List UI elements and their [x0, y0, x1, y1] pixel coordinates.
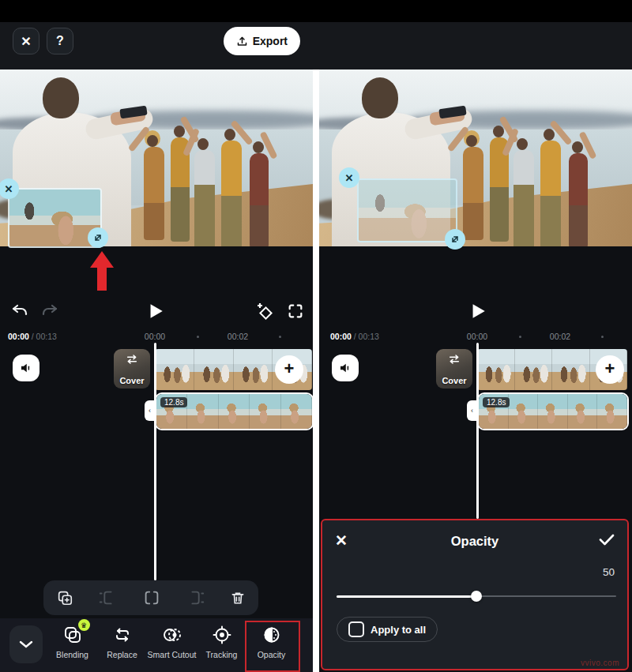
pip-video-50-opacity: [359, 180, 456, 241]
apply-to-all-button[interactable]: Apply to all: [337, 617, 438, 642]
header-bar: ✕ ? Export: [0, 22, 313, 69]
ruler-tick: 00:00: [467, 332, 487, 341]
header-bar: [319, 22, 632, 69]
clip-duration-badge: 12.8s: [160, 397, 187, 407]
add-clip-button[interactable]: +: [275, 355, 303, 384]
keyframe-icon: [255, 301, 276, 321]
slider-thumb[interactable]: [471, 591, 482, 602]
swap-cover-icon: [436, 355, 472, 364]
editor-screen-after: ✕ 00:00 / 00:13 00:00 00:02: [319, 0, 632, 672]
cover-thumbnail[interactable]: Cover: [114, 349, 150, 389]
slider-fill: [337, 595, 476, 598]
opacity-slider[interactable]: [337, 590, 616, 603]
redo-icon: [40, 302, 59, 321]
undo-icon: [10, 302, 29, 321]
editor-screen-before: ✕ ? Export: [0, 0, 313, 672]
toolbar-item-smart-cutout[interactable]: Smart Cutout: [147, 623, 197, 659]
panel-title: Opacity: [322, 534, 627, 549]
time-display: 00:00 / 00:13: [8, 332, 57, 341]
bottom-toolbar: ♛ Blending Replace: [0, 618, 313, 672]
pro-badge-icon: ♛: [78, 619, 90, 631]
opacity-value: 50: [603, 566, 615, 578]
mute-track-button[interactable]: [13, 355, 40, 381]
pip-resize-handle[interactable]: [445, 229, 465, 250]
remove-icon: ✕: [345, 172, 354, 184]
toolbar-items: ♛ Blending Replace: [47, 623, 296, 659]
add-keyframe-button[interactable]: [252, 298, 279, 325]
trash-icon: [230, 589, 246, 606]
close-icon: ✕: [21, 34, 31, 49]
trim-left-button[interactable]: [98, 589, 117, 606]
trim-left-icon: [98, 589, 117, 606]
duplicate-button[interactable]: [56, 589, 73, 606]
play-icon: [145, 301, 165, 321]
split-icon: [142, 589, 161, 606]
collapse-toolbar-button[interactable]: [9, 625, 43, 663]
speaker-icon: [19, 361, 33, 375]
swap-cover-icon: [114, 355, 150, 364]
pip-video-clip[interactable]: 12.8s: [155, 392, 313, 430]
upload-icon: [236, 36, 248, 47]
opacity-panel: ✕ Opacity 50 Apply to all vvivo.com: [321, 519, 629, 670]
add-clip-button[interactable]: +: [596, 355, 624, 384]
delete-clip-button[interactable]: [230, 589, 246, 606]
apply-to-all-label: Apply to all: [371, 624, 426, 636]
panel-gap: [313, 22, 319, 69]
timeline-ruler: 00:00 / 00:13 00:00 00:02: [319, 332, 632, 343]
checkmark-icon: [597, 530, 616, 549]
trim-right-button[interactable]: [186, 589, 205, 606]
panel-confirm-button[interactable]: [597, 530, 616, 549]
checkbox-icon: [348, 621, 364, 637]
playhead[interactable]: [154, 343, 156, 580]
help-icon: ?: [56, 34, 64, 48]
opacity-icon: [261, 623, 282, 647]
ruler-tick: 00:02: [550, 332, 570, 341]
chevron-down-icon: [19, 640, 33, 649]
remove-icon: ✕: [5, 183, 13, 195]
playhead[interactable]: [476, 343, 479, 519]
pip-overlay-translucent[interactable]: [357, 178, 457, 242]
smart-cutout-icon: [161, 623, 183, 647]
ruler-tick: 00:00: [145, 332, 165, 341]
export-label: Export: [253, 35, 288, 47]
group-figures: [142, 120, 292, 246]
resize-diagonal-icon: [450, 234, 461, 245]
duplicate-icon: [56, 589, 73, 606]
toolbar-item-tracking[interactable]: Tracking: [197, 623, 246, 659]
pip-video-clip[interactable]: 12.8s: [477, 392, 629, 430]
cover-label: Cover: [436, 376, 472, 385]
replace-icon: [112, 623, 133, 647]
speaker-icon: [338, 361, 352, 375]
fullscreen-icon: [287, 302, 304, 320]
toolbar-item-blending[interactable]: ♛ Blending: [47, 623, 97, 659]
toolbar-item-opacity[interactable]: Opacity: [246, 623, 296, 659]
annotation-arrow-up: [90, 251, 114, 291]
fullscreen-button[interactable]: [282, 298, 309, 325]
timeline-ruler: 00:00 / 00:13 00:00 00:02: [0, 332, 313, 343]
toolbar-item-replace[interactable]: Replace: [97, 623, 147, 659]
blending-icon: ♛: [62, 623, 83, 647]
ruler-tick: 00:02: [228, 332, 248, 341]
play-button[interactable]: [464, 298, 491, 325]
trim-right-icon: [186, 589, 205, 606]
resize-diagonal-icon: [92, 232, 103, 243]
redo-button[interactable]: [36, 298, 63, 325]
undo-button[interactable]: [6, 298, 33, 325]
tracking-icon: [212, 623, 232, 647]
split-button[interactable]: [142, 589, 161, 606]
watermark: vvivo.com: [581, 659, 619, 667]
cover-label: Cover: [114, 376, 150, 385]
pip-remove-handle[interactable]: ✕: [339, 167, 359, 188]
play-icon: [467, 301, 487, 321]
pip-video: [9, 190, 100, 246]
screenshot-pair: ✕ ? Export: [0, 0, 632, 672]
export-button[interactable]: Export: [224, 27, 300, 55]
clip-tools-pill: [43, 580, 258, 615]
pip-resize-handle[interactable]: [88, 227, 108, 248]
mute-track-button[interactable]: [332, 355, 359, 381]
group-figures: [461, 120, 611, 246]
close-button[interactable]: ✕: [13, 28, 40, 54]
help-button[interactable]: ?: [47, 28, 73, 54]
cover-thumbnail[interactable]: Cover: [436, 349, 472, 389]
play-button[interactable]: [141, 298, 168, 325]
